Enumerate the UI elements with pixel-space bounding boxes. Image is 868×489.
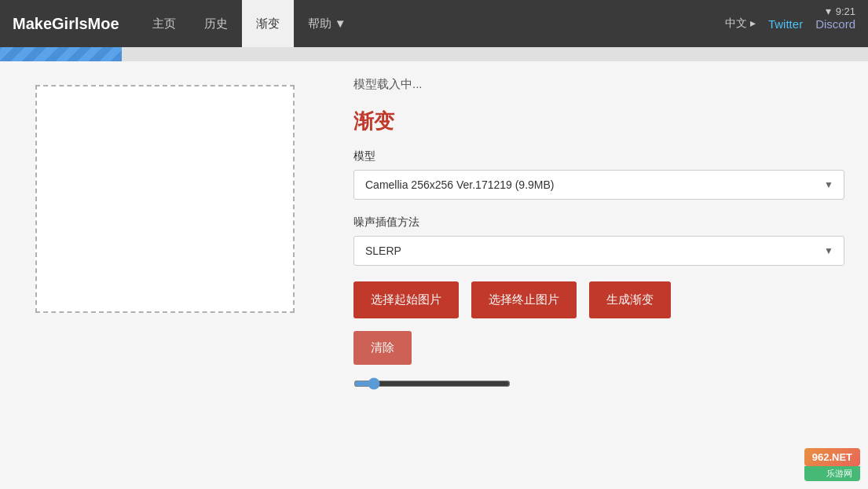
topbar-right: 中文 ▸ Twitter Discord: [725, 17, 855, 31]
nav-item-morph[interactable]: 渐变: [242, 0, 294, 47]
select-end-button[interactable]: 选择终止图片: [471, 281, 577, 318]
left-panel: [0, 61, 330, 489]
buttons-row-1: 选择起始图片 选择终止图片 生成渐变: [353, 281, 844, 318]
watermark-line1: 962.NET: [804, 448, 860, 466]
twitter-link[interactable]: Twitter: [768, 17, 803, 31]
morph-slider[interactable]: [353, 377, 511, 390]
model-select-wrapper: Camellia 256x256 Ver.171219 (9.9MB) ▼: [353, 170, 844, 200]
noise-select[interactable]: SLERPLERP: [353, 236, 844, 266]
topbar-status: ▾ 9:21: [826, 5, 855, 17]
progress-bar-fill: [0, 47, 122, 61]
nav-item-history[interactable]: 历史: [190, 0, 242, 47]
watermark: 962.NET 乐游网: [804, 448, 860, 481]
loading-text: 模型载入中...: [353, 77, 844, 92]
generate-button[interactable]: 生成渐变: [589, 281, 671, 318]
nav-item-home[interactable]: 主页: [138, 0, 190, 47]
image-placeholder: [35, 85, 295, 313]
lang-selector[interactable]: 中文 ▸: [725, 17, 756, 31]
main-content: 模型载入中... 渐变 模型 Camellia 256x256 Ver.1712…: [0, 61, 868, 489]
model-label: 模型: [353, 149, 844, 164]
section-title: 渐变: [353, 108, 844, 135]
main-nav: 主页 历史 渐变 帮助 ▼: [138, 0, 725, 47]
right-panel: 模型载入中... 渐变 模型 Camellia 256x256 Ver.1712…: [330, 61, 868, 489]
logo: MakeGirlsMoe: [13, 15, 119, 33]
model-select[interactable]: Camellia 256x256 Ver.171219 (9.9MB): [353, 170, 844, 200]
progress-bar-container: [0, 47, 868, 61]
wifi-icon: ▾: [826, 5, 831, 17]
slider-row: [353, 377, 844, 390]
watermark-line2: 乐游网: [804, 466, 860, 481]
discord-link[interactable]: Discord: [815, 17, 855, 31]
time-display: 9:21: [836, 6, 855, 17]
nav-item-help[interactable]: 帮助 ▼: [294, 0, 361, 47]
noise-select-wrapper: SLERPLERP ▼: [353, 236, 844, 266]
topbar: MakeGirlsMoe 主页 历史 渐变 帮助 ▼ 中文 ▸ Twitter …: [0, 0, 868, 47]
noise-label: 噪声插值方法: [353, 215, 844, 230]
buttons-row-2: 清除: [353, 331, 844, 365]
select-start-button[interactable]: 选择起始图片: [353, 281, 459, 318]
clear-button[interactable]: 清除: [353, 331, 412, 365]
